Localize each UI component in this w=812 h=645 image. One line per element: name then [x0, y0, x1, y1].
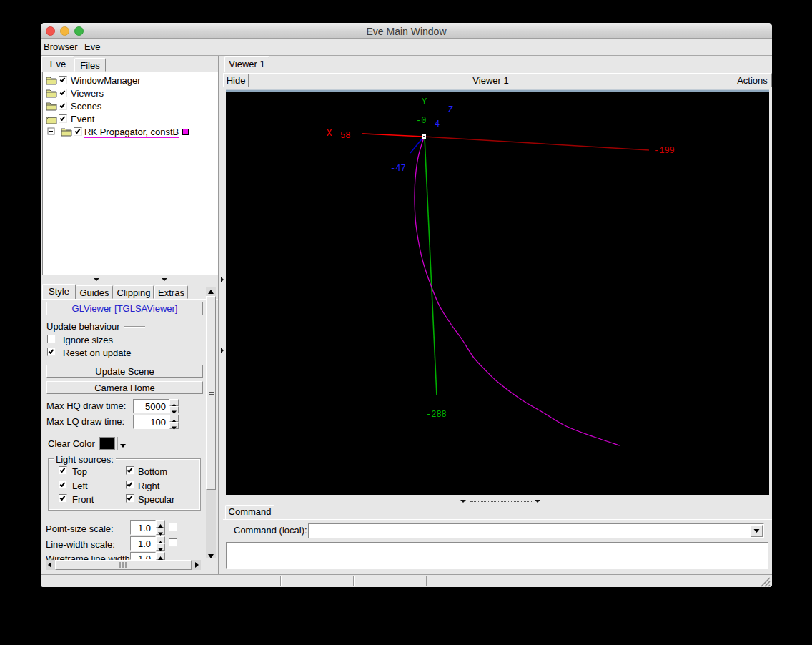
svg-text:Y: Y	[422, 97, 427, 107]
svg-text:X: X	[327, 129, 332, 139]
svg-text:58: 58	[340, 131, 350, 141]
svg-text:Z: Z	[448, 105, 453, 115]
svg-text:-47: -47	[390, 164, 406, 174]
svg-text:-288: -288	[426, 410, 447, 420]
svg-text:4: 4	[435, 119, 440, 129]
svg-text:-199: -199	[654, 146, 675, 156]
svg-text:-0: -0	[416, 116, 426, 126]
